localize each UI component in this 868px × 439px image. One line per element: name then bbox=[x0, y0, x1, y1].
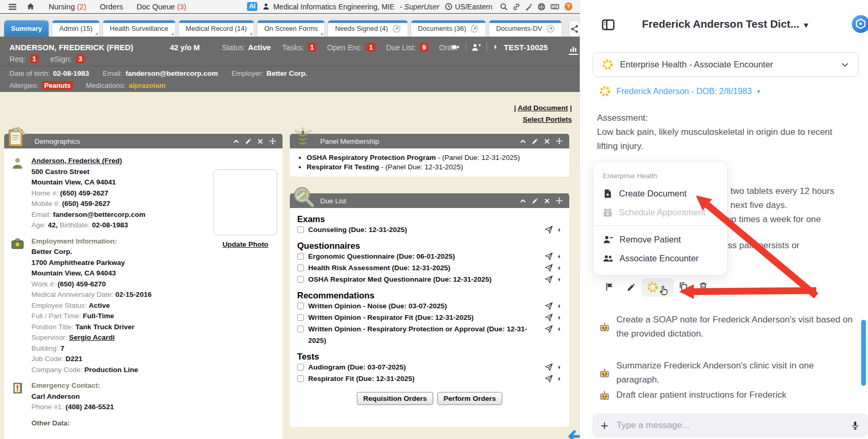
checkbox[interactable] bbox=[297, 276, 304, 283]
patient-name-link[interactable]: Anderson, Frederick (Fred) bbox=[31, 156, 276, 167]
send-icon[interactable] bbox=[545, 375, 553, 383]
open-enc-badge[interactable]: 1 bbox=[366, 43, 375, 52]
microphone-icon[interactable] bbox=[851, 421, 860, 431]
globe-icon[interactable] bbox=[537, 3, 546, 11]
quick-actions-button[interactable] bbox=[569, 21, 580, 37]
menu-item-remove-patient[interactable]: Remove Patient bbox=[603, 235, 718, 245]
link-icon[interactable] bbox=[512, 3, 521, 11]
bolt-icon[interactable] bbox=[492, 43, 499, 51]
home-icon[interactable] bbox=[26, 2, 35, 11]
help-icon[interactable]: ? bbox=[564, 2, 573, 11]
move-icon[interactable] bbox=[556, 197, 563, 204]
patient-name[interactable]: ANDERSON, FREDERICK (FRED) bbox=[9, 43, 133, 52]
due-list-header[interactable]: Due List bbox=[290, 193, 569, 208]
close-icon[interactable] bbox=[544, 138, 550, 145]
copy-icon[interactable] bbox=[679, 282, 688, 291]
bolt-icon[interactable] bbox=[557, 302, 562, 310]
tab-medical-record-14-[interactable]: Medical Record (14) bbox=[179, 20, 254, 37]
gear-badge-tool-icon[interactable] bbox=[647, 281, 659, 293]
hamburger-menu-icon[interactable] bbox=[7, 2, 18, 11]
allergy-badge[interactable]: Peanuts bbox=[42, 81, 74, 90]
move-icon[interactable] bbox=[269, 137, 276, 145]
ai-badge[interactable]: AI bbox=[247, 2, 257, 11]
current-user[interactable]: Medical Informatics Engineering, MIE - S… bbox=[262, 3, 439, 11]
tab-admin-15-[interactable]: Admin (15) bbox=[52, 20, 99, 37]
tab-documents-dv[interactable]: Documents-DV bbox=[489, 20, 561, 37]
send-icon[interactable] bbox=[545, 363, 553, 371]
add-person-icon[interactable] bbox=[471, 43, 481, 52]
collapse-icon[interactable] bbox=[233, 138, 240, 145]
checkbox[interactable] bbox=[297, 314, 304, 321]
topbar-menu-orders[interactable]: Orders bbox=[100, 3, 123, 11]
bolt-icon[interactable] bbox=[557, 375, 562, 383]
send-icon[interactable] bbox=[545, 226, 553, 234]
checkbox[interactable] bbox=[297, 264, 304, 271]
move-icon[interactable] bbox=[556, 137, 563, 145]
tab-health-surveillance[interactable]: Health Surveillance bbox=[103, 20, 175, 37]
send-icon[interactable] bbox=[545, 264, 553, 272]
checkbox[interactable] bbox=[297, 303, 304, 309]
video-camera-icon[interactable] bbox=[450, 43, 460, 51]
collapse-icon[interactable] bbox=[520, 138, 526, 145]
due-list-badge[interactable]: 9 bbox=[420, 43, 429, 52]
medication-link[interactable]: alprazolam bbox=[129, 82, 166, 89]
keyboard-icon[interactable] bbox=[550, 2, 560, 11]
checkbox[interactable] bbox=[297, 253, 304, 260]
patient-context-link[interactable]: Frederick Anderson - DOB: 2/8/1983 ▾ bbox=[599, 85, 760, 97]
checkbox[interactable] bbox=[297, 326, 304, 332]
send-icon[interactable] bbox=[545, 302, 553, 310]
suggested-prompt[interactable]: Draft clear patient instructions for Fre… bbox=[599, 388, 856, 402]
tab-on-screen-forms[interactable]: On Screen Forms bbox=[257, 20, 325, 37]
send-icon[interactable] bbox=[545, 275, 553, 283]
timezone[interactable]: US/Eastern bbox=[445, 3, 493, 11]
checkbox[interactable] bbox=[297, 226, 304, 233]
close-icon[interactable] bbox=[544, 198, 550, 204]
flag-icon[interactable] bbox=[605, 282, 614, 292]
req-badge[interactable]: 1 bbox=[30, 54, 39, 63]
conversation-title-dropdown[interactable]: Frederick Anderson Test Dict...▾ bbox=[642, 18, 808, 30]
checkbox[interactable] bbox=[297, 375, 304, 382]
send-icon[interactable] bbox=[545, 325, 553, 333]
demographics-header[interactable]: Demographics bbox=[4, 134, 283, 148]
bolt-icon[interactable] bbox=[557, 325, 562, 333]
add-document-link[interactable]: Add Document bbox=[517, 104, 568, 112]
edit-pencil-icon[interactable] bbox=[532, 138, 538, 145]
menu-item-create-document[interactable]: Create Document bbox=[603, 189, 718, 199]
suggested-prompt[interactable]: Create a SOAP note for Frederick Anderso… bbox=[599, 313, 856, 341]
topbar-menu-doc-queue[interactable]: Doc Queue (3) bbox=[137, 3, 186, 11]
message-input[interactable] bbox=[617, 420, 842, 431]
collapse-icon[interactable] bbox=[520, 198, 526, 204]
bolt-icon[interactable] bbox=[557, 314, 562, 321]
tasks-badge[interactable]: 1 bbox=[308, 43, 317, 52]
panel-membership-header[interactable]: Panel Membership bbox=[290, 134, 569, 148]
sidebar-toggle-icon[interactable] bbox=[601, 18, 615, 32]
tab-needs-signed-4-[interactable]: Needs Signed (4) bbox=[328, 20, 407, 37]
select-portlets-link[interactable]: Select Portlets bbox=[514, 114, 572, 125]
bolt-icon[interactable] bbox=[557, 264, 562, 272]
requisition-orders-button[interactable]: Requisition Orders bbox=[357, 392, 433, 405]
esign-badge[interactable]: 3 bbox=[76, 54, 85, 63]
bolt-icon[interactable] bbox=[557, 252, 562, 260]
chart-stats-icon[interactable] bbox=[569, 45, 578, 55]
trash-icon[interactable] bbox=[698, 282, 708, 291]
topbar-menu-nursing[interactable]: Nursing (2) bbox=[49, 3, 86, 11]
encounter-select[interactable]: Enterprise Health - Associate Encounter bbox=[593, 52, 859, 77]
update-photo-link[interactable]: Update Photo bbox=[209, 240, 281, 248]
tab-summary[interactable]: Summary bbox=[4, 20, 49, 37]
wand-icon[interactable] bbox=[525, 3, 533, 11]
send-icon[interactable] bbox=[545, 252, 553, 260]
field-value-link[interactable]: Sergio Acardi bbox=[69, 333, 115, 341]
perform-orders-button[interactable]: Perform Orders bbox=[437, 392, 502, 405]
search-icon[interactable] bbox=[500, 3, 508, 11]
bolt-icon[interactable] bbox=[557, 275, 562, 283]
suggested-prompt[interactable]: Summarize Frederick Anderson's clinic vi… bbox=[599, 359, 856, 387]
edit-pencil-icon[interactable] bbox=[245, 138, 252, 145]
tab-documents-36-[interactable]: Documents (36) bbox=[411, 20, 486, 37]
menu-item-associate-encounter[interactable]: Associate Encounter bbox=[603, 253, 718, 263]
bolt-icon[interactable] bbox=[557, 226, 562, 234]
scrollbar-thumb[interactable] bbox=[861, 320, 866, 386]
attach-plus-button[interactable]: + bbox=[601, 419, 608, 432]
edit-pencil-icon[interactable] bbox=[532, 198, 538, 204]
close-icon[interactable] bbox=[257, 138, 264, 145]
edit-pencil-icon[interactable] bbox=[626, 283, 636, 292]
